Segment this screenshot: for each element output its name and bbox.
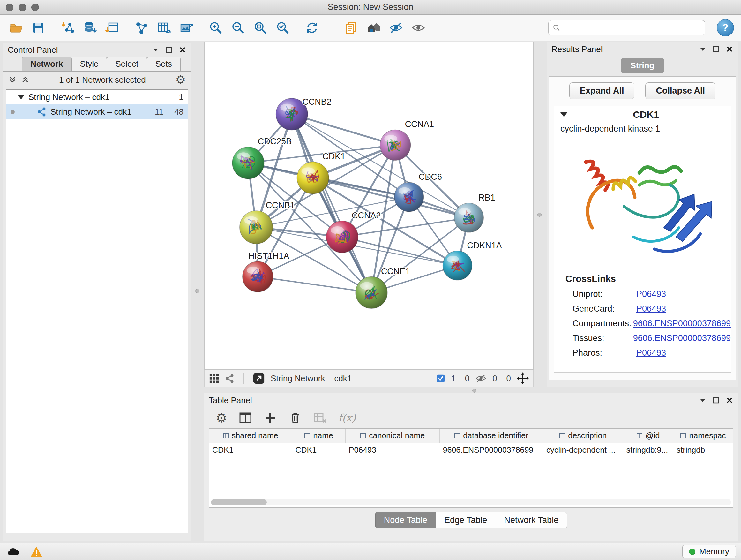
close-panel-icon[interactable] — [726, 396, 733, 404]
open-in-new-icon[interactable] — [253, 372, 265, 384]
save-session-button[interactable] — [29, 19, 47, 37]
delete-table-icon[interactable] — [313, 411, 327, 425]
right-splitter-grip[interactable] — [537, 212, 542, 217]
tab-style[interactable]: Style — [71, 57, 107, 71]
network-node-CDKN1A[interactable]: CDKN1A — [443, 241, 502, 280]
network-row[interactable]: String Network – cdk1 11 48 — [6, 105, 188, 119]
float-panel-icon[interactable] — [712, 45, 720, 53]
left-splitter-grip[interactable] — [195, 289, 199, 293]
search-input[interactable] — [563, 23, 701, 32]
float-panel-icon[interactable] — [712, 396, 720, 404]
documents-button[interactable] — [342, 19, 360, 37]
import-table-button[interactable] — [104, 19, 121, 37]
zoom-in-button[interactable] — [207, 19, 225, 37]
collapse-panel-icon[interactable] — [699, 396, 706, 404]
birdseye-grid-icon[interactable] — [209, 373, 219, 383]
network-overview-icon[interactable] — [225, 374, 234, 383]
network-options-gear-icon[interactable]: ⚙ — [176, 74, 186, 85]
tab-select[interactable]: Select — [107, 57, 147, 71]
network-node-CCNA1[interactable]: CCNA1 — [380, 119, 434, 160]
collapse-all-icon[interactable] — [8, 76, 17, 84]
collapse-all-button[interactable]: Collapse All — [645, 82, 716, 99]
tree-expander-icon[interactable] — [17, 95, 24, 99]
crosslink-value-link[interactable]: 9606.ENSP00000378699 — [633, 319, 731, 328]
export-image-icon — [179, 20, 194, 35]
main-toolbar: ? — [0, 15, 741, 41]
table-options-gear-icon[interactable]: ⚙ — [216, 412, 227, 424]
help-button[interactable]: ? — [717, 19, 734, 37]
save-icon — [31, 20, 46, 35]
edge-CCNB2-CCNE1[interactable] — [292, 114, 372, 293]
memory-button[interactable]: Memory — [682, 545, 736, 558]
import-network-database-button[interactable] — [81, 19, 99, 37]
maximize-window-button[interactable] — [31, 3, 39, 11]
close-panel-icon[interactable] — [726, 45, 733, 53]
tab-network[interactable]: Network — [22, 57, 72, 71]
network-node-RB1[interactable]: RB1 — [454, 193, 495, 233]
tab-edge-table[interactable]: Edge Table — [435, 512, 496, 528]
network-node-CDC25B[interactable]: CDC25B — [232, 137, 292, 179]
column-header-name[interactable]: name — [292, 429, 346, 442]
new-network-button[interactable] — [133, 19, 151, 37]
edge-CCNB2-CCNA1[interactable] — [292, 114, 395, 145]
crosslink-value-link[interactable]: 9606.ENSP00000378699 — [633, 333, 731, 343]
hidden-eye-slash-icon[interactable] — [475, 374, 487, 383]
expand-all-button[interactable]: Expand All — [569, 82, 635, 99]
column-header-database-identifier[interactable]: database identifier — [440, 429, 543, 442]
network-graph[interactable]: CCNB2CCNA1CDC25BCDK1CDC6RB1CCNB1CCNA2CDK… — [205, 43, 533, 369]
add-column-icon[interactable] — [264, 411, 277, 425]
apply-function-icon[interactable]: f(x) — [338, 412, 356, 424]
bottom-splitter-grip[interactable] — [472, 388, 476, 393]
close-panel-icon[interactable] — [179, 46, 186, 54]
selected-checkbox-icon[interactable] — [436, 374, 445, 383]
zoom-fit-button[interactable] — [252, 19, 269, 37]
column-header-description[interactable]: description — [543, 429, 623, 442]
tab-network-table[interactable]: Network Table — [495, 512, 567, 528]
network-canvas[interactable]: CCNB2CCNA1CDC25BCDK1CDC6RB1CCNB1CCNA2CDK… — [204, 42, 534, 370]
table-horizontal-scrollbar[interactable] — [211, 499, 731, 505]
scrollbar-thumb[interactable] — [211, 499, 267, 505]
show-columns-icon[interactable] — [239, 411, 252, 425]
tab-node-table[interactable]: Node Table — [375, 512, 436, 528]
crosslink-value-link[interactable]: P06493 — [636, 348, 666, 358]
home-button[interactable] — [365, 19, 383, 37]
hide-selected-button[interactable] — [387, 19, 405, 37]
network-collection-row[interactable]: String Network – cdk1 1 — [6, 90, 188, 105]
crosslink-value-link[interactable]: P06493 — [636, 289, 666, 299]
network-node-HIST1H1A[interactable]: HIST1H1A — [243, 251, 289, 292]
float-panel-icon[interactable] — [165, 46, 173, 54]
warnings-button[interactable] — [28, 545, 45, 558]
minimize-window-button[interactable] — [18, 3, 26, 11]
network-node-CCNE1[interactable]: CCNE1 — [355, 266, 410, 309]
import-network-file-button[interactable] — [59, 19, 77, 37]
expand-all-icon[interactable] — [21, 76, 29, 84]
collapse-panel-icon[interactable] — [699, 45, 706, 53]
new-table-button[interactable] — [155, 19, 173, 37]
table-row[interactable]: CDK1CDK1P064939606.ENSP00000378699cyclin… — [209, 443, 733, 457]
close-window-button[interactable] — [6, 3, 13, 11]
refresh-button[interactable] — [303, 19, 321, 37]
network-node-CCNB2[interactable]: CCNB2 — [276, 97, 332, 130]
crosslink-value-link[interactable]: P06493 — [636, 304, 666, 314]
tab-string[interactable]: String — [621, 58, 664, 73]
column-header-namespac[interactable]: namespac — [673, 429, 733, 442]
column-header-id[interactable]: @id — [623, 429, 673, 442]
column-header-canonical-name[interactable]: canonical name — [346, 429, 440, 442]
delete-column-icon[interactable] — [288, 411, 302, 425]
pan-move-icon[interactable] — [517, 372, 529, 384]
sphere-highlight — [280, 104, 294, 111]
column-header-shared-name[interactable]: shared name — [209, 429, 292, 442]
collapse-panel-icon[interactable] — [152, 46, 159, 54]
show-all-button[interactable] — [409, 19, 427, 37]
open-session-button[interactable] — [7, 19, 25, 37]
cloud-button[interactable] — [5, 545, 22, 558]
entry-expander-icon[interactable] — [560, 112, 567, 117]
zoom-selected-button[interactable] — [274, 19, 292, 37]
export-image-button[interactable] — [178, 19, 195, 37]
network-node-CDK1[interactable]: CDK1 — [297, 152, 345, 194]
tab-sets[interactable]: Sets — [147, 57, 181, 71]
zoom-out-button[interactable] — [229, 19, 247, 37]
string-results-content: Expand All Collapse All CDK1 cyclin-depe… — [549, 76, 736, 380]
network-node-CCNB1[interactable]: CCNB1 — [240, 200, 295, 244]
edge-HIST1H1A-CCNE1[interactable] — [258, 277, 372, 293]
